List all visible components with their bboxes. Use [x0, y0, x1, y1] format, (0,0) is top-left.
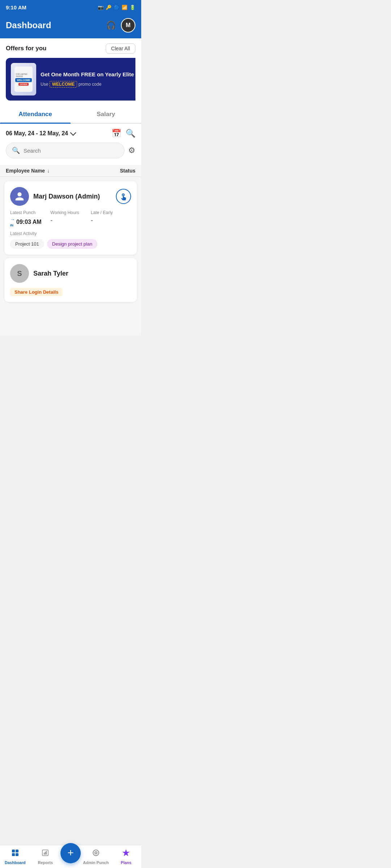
table-header: Employee Name ↓ Status: [0, 165, 141, 177]
offer-card-1[interactable]: FOR LIMITED PERIOD WELCOME OFFER Get One…: [6, 58, 135, 101]
latest-punch-label: Latest Punch: [10, 210, 50, 215]
avatar[interactable]: M: [121, 18, 135, 33]
date-range-icons: 📅 🔍: [112, 129, 135, 138]
late-early-col: Late / Early -: [91, 210, 131, 227]
calendar-icon[interactable]: 📅: [112, 129, 121, 138]
latest-activity-label: Latest Activity: [10, 231, 131, 236]
main-content: Offers for you Clear All FOR LIMITED PER…: [0, 38, 141, 335]
working-hours-col: Working Hours -: [50, 210, 91, 227]
employee-1-touch-icon[interactable]: [116, 189, 131, 204]
employee-name-label: Employee Name: [6, 168, 45, 174]
employee-card-2-header: S Sarah Tyler: [10, 264, 131, 283]
punch-direction-icon: →IN: [10, 217, 15, 227]
offer-phone-screen: FOR LIMITED PERIOD WELCOME OFFER: [14, 67, 33, 92]
search-bar: 🔍: [6, 142, 125, 158]
offers-section: Offers for you Clear All FOR LIMITED PER…: [0, 38, 141, 106]
sort-arrow-icon: ↓: [47, 168, 50, 174]
employee-1-avatar: [10, 187, 29, 206]
employee-name-column-header[interactable]: Employee Name ↓: [6, 168, 50, 174]
offer-badge: OFFER: [18, 83, 29, 86]
working-hours-value: -: [50, 217, 91, 224]
headset-icon[interactable]: 🎧: [106, 21, 116, 30]
offers-scroll: FOR LIMITED PERIOD WELCOME OFFER Get One…: [6, 58, 135, 101]
clear-all-button[interactable]: Clear All: [106, 43, 135, 54]
search-bar-icon: 🔍: [12, 146, 20, 154]
latest-punch-value: →IN 09:03 AM: [10, 217, 50, 227]
app-header: Dashboard 🎧 M: [0, 14, 141, 38]
offer-text: Get One Month FREE on Yearly Elite Plan …: [41, 71, 135, 88]
late-early-value: -: [91, 217, 131, 224]
promo-line: Use WELCOME promo code: [41, 81, 135, 88]
tab-salary[interactable]: Salary: [71, 106, 141, 123]
key-icon: 🔑: [106, 5, 112, 10]
status-time: 9:10 AM: [6, 4, 26, 10]
employee-1-name: Marj Dawson (Admin): [33, 193, 112, 200]
welcome-badge: WELCOME: [15, 78, 32, 82]
date-filter-row: 06 May, 24 - 12 May, 24 📅 🔍: [6, 129, 135, 138]
employee-1-punch-info: Latest Punch →IN 09:03 AM Working Hours …: [10, 210, 131, 227]
latest-punch-col: Latest Punch →IN 09:03 AM: [10, 210, 50, 227]
wifi-icon: 📶: [122, 5, 127, 10]
project-tag[interactable]: Project 101: [10, 239, 44, 249]
header-icons: 🎧 M: [106, 18, 135, 33]
battery-icon: 🔋: [130, 5, 135, 10]
employee-card-1: Marj Dawson (Admin) Latest Punch →IN 09:…: [4, 181, 137, 255]
page-title: Dashboard: [6, 20, 51, 30]
offers-title: Offers for you: [6, 45, 46, 52]
promo-code: WELCOME: [50, 81, 77, 88]
attendance-section: 06 May, 24 - 12 May, 24 📅 🔍 🔍 ⚙: [0, 124, 141, 165]
for-limited-period-label: FOR LIMITED PERIOD: [16, 73, 31, 77]
search-row: 🔍 ⚙: [6, 142, 135, 158]
tab-attendance[interactable]: Attendance: [0, 106, 71, 123]
employee-cards: Marj Dawson (Admin) Latest Punch →IN 09:…: [0, 177, 141, 306]
bluetooth-icon: 🔵: [114, 5, 119, 10]
working-hours-label: Working Hours: [50, 210, 91, 215]
promo-suffix: promo code: [79, 82, 101, 87]
offer-headline: Get One Month FREE on Yearly Elite Plan: [41, 71, 135, 78]
activity-tags: Project 101 Design project plan: [10, 239, 131, 249]
search-input[interactable]: [24, 148, 118, 154]
employee-card-1-header: Marj Dawson (Admin): [10, 187, 131, 206]
late-early-label: Late / Early: [91, 210, 131, 215]
task-tag[interactable]: Design project plan: [47, 239, 97, 249]
date-range-selector[interactable]: 06 May, 24 - 12 May, 24: [6, 130, 75, 137]
employee-2-avatar: S: [10, 264, 29, 283]
promo-text: Use: [41, 82, 48, 87]
status-column-header: Status: [120, 168, 135, 174]
offers-header: Offers for you Clear All: [6, 43, 135, 54]
filter-icon[interactable]: ⚙: [128, 146, 135, 155]
chevron-down-icon: [70, 130, 76, 136]
date-range-text: 06 May, 24 - 12 May, 24: [6, 130, 68, 137]
employee-2-name: Sarah Tyler: [33, 270, 131, 277]
video-icon: 📷: [98, 5, 104, 10]
search-icon[interactable]: 🔍: [126, 129, 135, 138]
status-icons: 📷 🔑 🔵 📶 🔋: [98, 5, 135, 10]
status-bar: 9:10 AM 📷 🔑 🔵 📶 🔋: [0, 0, 141, 14]
employee-card-2: S Sarah Tyler Share Login Details: [4, 258, 137, 302]
offer-phone-image: FOR LIMITED PERIOD WELCOME OFFER: [11, 63, 36, 95]
punch-time: 09:03 AM: [16, 219, 42, 225]
share-login-badge[interactable]: Share Login Details: [10, 287, 131, 296]
tabs-section: Attendance Salary: [0, 106, 141, 124]
